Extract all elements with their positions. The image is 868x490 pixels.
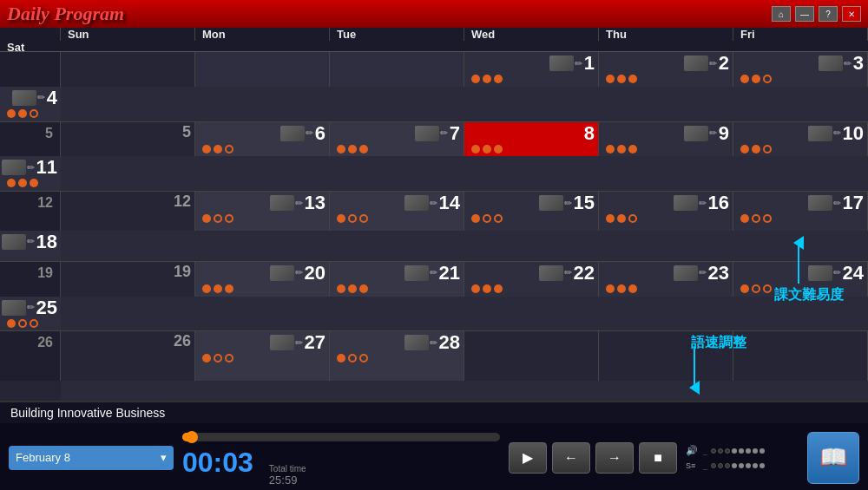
progress-section: 00:03 Total time 25:59: [182, 429, 500, 487]
stop-button[interactable]: ■: [639, 442, 677, 474]
cal-cell-tue-28[interactable]: ✏ 28: [330, 331, 464, 381]
date-num-7: 7: [450, 124, 460, 143]
cal-cell-mon-20[interactable]: ✏ 20: [195, 262, 330, 297]
minimize-button[interactable]: —: [795, 6, 814, 22]
date-num-8: 8: [584, 124, 595, 143]
date-num-9: 9: [719, 124, 729, 143]
speed-row: S≡ _: [686, 461, 799, 470]
progress-bar[interactable]: [182, 433, 500, 441]
cal-cell-wed-8[interactable]: 8: [464, 122, 599, 157]
cal-cell-sun-19[interactable]: 19: [61, 262, 195, 297]
date-num-2: 2: [719, 54, 729, 73]
volume-dots: [711, 448, 765, 454]
cal-cell-thu-2[interactable]: ✏ 2: [599, 52, 733, 87]
calendar-row-1: ✏ 1 ✏ 2 ✏ 3: [0, 52, 868, 122]
calendar-area: Sun Mon Tue Wed Thu Fri Sat ✏ 1: [0, 28, 868, 401]
calendar-row-4: 19 19 ✏ 20 ✏ 21: [0, 262, 868, 332]
book-button[interactable]: 📖: [807, 432, 859, 484]
cal-cell-sun-empty: [61, 52, 195, 87]
title-bar: Daily Program ⌂ — ? ✕: [0, 0, 868, 28]
date-num-11: 11: [36, 158, 57, 177]
sliders-area: 🔊 _ S≡: [686, 445, 799, 470]
close-button[interactable]: ✕: [842, 6, 861, 22]
week-num-5: 5: [0, 122, 61, 157]
cal-cell-thu-16[interactable]: ✏ 16: [599, 192, 733, 231]
progress-handle[interactable]: [186, 431, 198, 443]
cal-cell-thu-23[interactable]: ✏ 23: [599, 262, 733, 297]
date-num-3: 3: [853, 54, 864, 73]
total-time-value: 25:59: [269, 474, 306, 487]
cal-cell-sat-11[interactable]: ✏ 11: [0, 156, 61, 191]
cal-cell-wed-1[interactable]: ✏ 1: [464, 52, 599, 87]
date-selector[interactable]: February 8 ▾: [9, 446, 174, 470]
cal-cell-fri-3[interactable]: ✏ 3: [733, 52, 868, 87]
dropdown-arrow-icon: ▾: [161, 451, 167, 464]
controls-area: February 8 ▾ 00:03 Total time 25:59 ▶ ← …: [0, 423, 868, 490]
current-time: 00:03: [182, 447, 253, 479]
week-num-12: 12: [0, 192, 61, 231]
cal-cell-mon-6[interactable]: ✏ 6: [195, 122, 330, 157]
col-header-fri: Fri: [733, 28, 868, 41]
date-num-10: 10: [843, 124, 864, 143]
forward-button[interactable]: →: [595, 442, 634, 474]
dots-1: [468, 75, 595, 83]
time-display: 00:03 Total time 25:59: [182, 447, 500, 487]
date-num-6: 6: [315, 124, 326, 143]
calendar-row-5: 26 26 ✏ 27 ✏ 28: [0, 331, 868, 401]
help-button[interactable]: ?: [819, 6, 838, 22]
week-num-19: 19: [0, 262, 61, 297]
date-num-5: 5: [182, 124, 191, 140]
play-button[interactable]: ▶: [509, 442, 547, 474]
cal-cell-sun-12[interactable]: 12: [61, 192, 195, 231]
calendar-row-2: 5 5 ✏ 6 ✏ 7: [0, 122, 868, 193]
cal-cell-wed-15[interactable]: ✏ 15: [464, 192, 599, 231]
col-header-thu: Thu: [599, 28, 733, 41]
calendar-grid: ✏ 1 ✏ 2 ✏ 3: [0, 52, 868, 401]
cal-cell-fri-empty: [733, 331, 868, 381]
cal-cell-mon-27[interactable]: ✏ 27: [195, 331, 330, 381]
cal-cell-fri-17[interactable]: ✏ 17: [733, 192, 868, 231]
cal-cell-tue-7[interactable]: ✏ 7: [330, 122, 464, 157]
week-num-26: 26: [0, 331, 61, 381]
cal-cell-sat-empty: [0, 381, 61, 401]
week-num-empty: [0, 52, 61, 87]
day-headers: Sun Mon Tue Wed Thu Fri Sat: [0, 28, 868, 52]
col-header-week: [0, 28, 61, 41]
cal-cell-wed-empty: [464, 331, 599, 381]
back-button[interactable]: ←: [552, 442, 590, 474]
week-label-5: 5: [45, 126, 53, 141]
home-button[interactable]: ⌂: [772, 6, 791, 22]
cal-cell-sun-26[interactable]: 26: [61, 331, 195, 381]
cal-cell-sat-4[interactable]: ✏ 4: [0, 87, 61, 121]
total-time-label: Total time: [269, 464, 306, 474]
cal-cell-thu-9[interactable]: ✏ 9: [599, 122, 733, 157]
volume-row: 🔊 _: [686, 445, 799, 456]
col-header-wed: Wed: [464, 28, 599, 41]
cal-cell-mon-13[interactable]: ✏ 13: [195, 192, 330, 231]
cal-cell-sat-18[interactable]: ✏ 18: [0, 231, 61, 261]
cal-cell-tue-empty: [330, 52, 464, 87]
cal-cell-tue-21[interactable]: ✏ 21: [330, 262, 464, 297]
cal-cell-mon-empty: [195, 52, 330, 87]
speed-dots: [711, 463, 765, 468]
lesson-title: Building Innovative Business: [0, 402, 868, 423]
cal-cell-sat-25[interactable]: ✏ 25: [0, 297, 61, 331]
cal-cell-sun-5[interactable]: 5: [61, 122, 195, 157]
bottom-bar: Building Innovative Business February 8 …: [0, 401, 868, 490]
col-header-mon: Mon: [195, 28, 330, 41]
cal-cell-thu-empty: [599, 331, 733, 381]
cal-cell-wed-22[interactable]: ✏ 22: [464, 262, 599, 297]
volume-icon: 🔊: [686, 445, 700, 456]
cal-cell-tue-14[interactable]: ✏ 14: [330, 192, 464, 231]
app-title: Daily Program: [7, 3, 124, 25]
col-header-tue: Tue: [330, 28, 464, 41]
playback-controls: ▶ ← → ■: [509, 442, 677, 474]
col-header-sun: Sun: [61, 28, 195, 41]
date-num-4: 4: [47, 88, 57, 108]
date-num-1: 1: [584, 54, 595, 73]
cal-cell-fri-24[interactable]: ✏ 24: [733, 262, 868, 297]
speed-icon: S≡: [686, 461, 700, 470]
calendar-row-3: 12 12 ✏ 13 ✏ 14: [0, 192, 868, 262]
cal-cell-fri-10[interactable]: ✏ 10: [733, 122, 868, 157]
